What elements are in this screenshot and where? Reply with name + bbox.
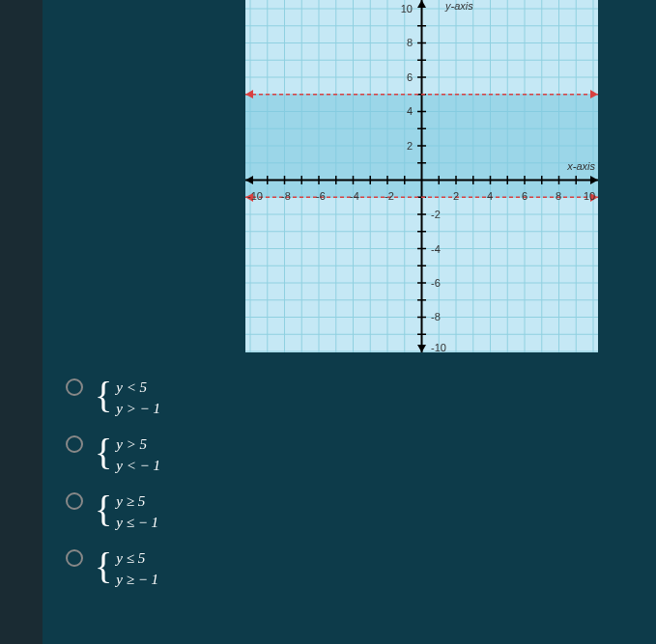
svg-text:6: 6: [407, 71, 413, 83]
graph: -10 -8 -6 -4 -2 2 4 6 8 10 10 8 6 4 2 -2…: [245, 0, 598, 352]
coordinate-plane: -10 -8 -6 -4 -2 2 4 6 8 10 10 8 6 4 2 -2…: [245, 0, 598, 352]
option-d-line1: y ≤ 5: [116, 547, 158, 569]
svg-text:-4: -4: [350, 190, 359, 202]
brace-icon: {: [95, 434, 112, 470]
brace-icon: {: [95, 490, 112, 527]
svg-text:2: 2: [453, 190, 459, 202]
option-d-line2: y ≥ − 1: [116, 569, 158, 590]
radio-icon: [66, 435, 83, 453]
svg-text:-10: -10: [431, 342, 446, 352]
svg-text:-4: -4: [431, 243, 441, 255]
svg-text:-6: -6: [431, 277, 441, 289]
svg-text:2: 2: [407, 140, 413, 152]
option-b-line2: y < − 1: [116, 455, 160, 476]
radio-icon: [66, 492, 83, 510]
radio-icon: [66, 378, 83, 396]
svg-text:6: 6: [522, 190, 528, 202]
svg-text:-6: -6: [316, 190, 326, 202]
svg-text:x-axis: x-axis: [566, 160, 595, 172]
svg-text:-2: -2: [385, 190, 394, 202]
option-b-text: y > 5 y < − 1: [116, 434, 160, 476]
svg-text:-8: -8: [431, 311, 441, 322]
option-d[interactable]: { y ≤ 5 y ≥ − 1: [66, 547, 160, 590]
sidebar: [0, 0, 43, 644]
option-a-line2: y > − 1: [116, 398, 160, 419]
svg-text:-10: -10: [247, 190, 263, 202]
svg-text:8: 8: [556, 190, 561, 202]
option-c-line1: y ≥ 5: [116, 490, 158, 512]
main-panel: -10 -8 -6 -4 -2 2 4 6 8 10 10 8 6 4 2 -2…: [43, 0, 656, 644]
svg-text:-8: -8: [281, 190, 291, 202]
option-c-text: y ≥ 5 y ≤ − 1: [116, 490, 158, 533]
svg-text:y-axis: y-axis: [444, 0, 473, 12]
answer-options: { y < 5 y > − 1 { y > 5 y < − 1 { y ≥ 5 …: [66, 377, 160, 604]
option-c-line2: y ≤ − 1: [116, 512, 158, 533]
brace-icon: {: [95, 547, 112, 584]
svg-text:10: 10: [401, 3, 413, 14]
option-b-line1: y > 5: [116, 434, 160, 455]
option-a-text: y < 5 y > − 1: [116, 377, 160, 419]
option-d-text: y ≤ 5 y ≥ − 1: [116, 547, 158, 590]
radio-icon: [66, 549, 83, 567]
svg-text:4: 4: [407, 105, 413, 117]
option-a-line1: y < 5: [116, 377, 160, 398]
svg-text:-2: -2: [431, 209, 441, 220]
option-b[interactable]: { y > 5 y < − 1: [66, 434, 160, 476]
brace-icon: {: [95, 377, 112, 413]
svg-text:10: 10: [584, 190, 595, 202]
option-a[interactable]: { y < 5 y > − 1: [66, 377, 160, 419]
svg-text:8: 8: [407, 37, 413, 48]
svg-text:4: 4: [487, 190, 493, 202]
option-c[interactable]: { y ≥ 5 y ≤ − 1: [66, 490, 160, 533]
